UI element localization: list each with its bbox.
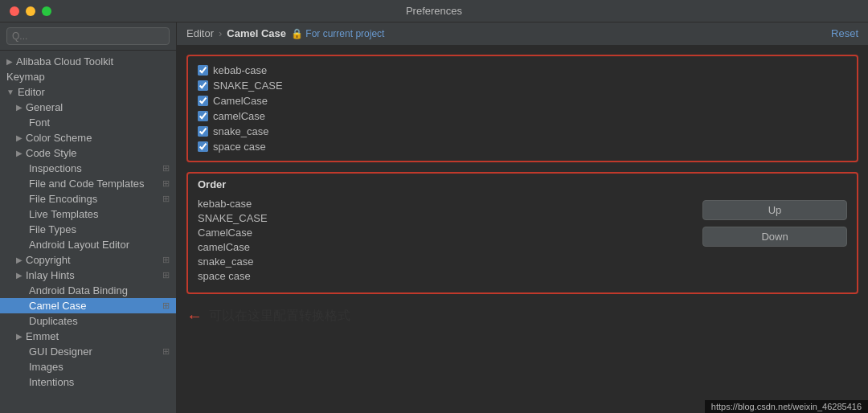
checkboxes-panel: kebab-caseSNAKE_CASECamelCasecamelCasesn… [186,55,858,162]
order-item-0[interactable]: kebab-case [198,197,683,211]
chevron-code-style: ▶ [16,149,23,157]
sidebar-item-general[interactable]: ▶General [0,100,176,115]
sidebar-item-label-intentions: Intentions [29,376,74,388]
bottom-url: https://blog.csdn.net/weixin_46285416 [705,400,868,413]
sidebar-item-label-android-layout-editor: Android Layout Editor [29,239,129,251]
sidebar-item-live-templates[interactable]: Live Templates [0,206,176,222]
sidebar-item-font[interactable]: Font [0,115,176,130]
sidebar-item-color-scheme[interactable]: ▶Color Scheme [0,130,176,145]
content-body: kebab-caseSNAKE_CASECamelCasecamelCasesn… [177,45,868,413]
checkbox-label-5: space case [213,141,266,153]
order-item-4[interactable]: snake_case [198,255,683,268]
down-button[interactable]: Down [702,227,847,247]
titlebar: Preferences [0,0,868,22]
checkbox-space-case[interactable] [198,141,208,152]
chevron-emmet: ▶ [16,332,23,341]
minimize-button[interactable] [26,6,35,16]
sidebar-item-label-keymap: Keymap [6,71,45,83]
badge-inlay-hints: ⊞ [162,270,170,280]
order-title: Order [188,174,857,194]
checkbox-label-1: SNAKE_CASE [213,80,283,92]
reset-button[interactable]: Reset [831,27,858,39]
badge-copyright: ⊞ [162,255,170,265]
badge-camel-case: ⊞ [162,301,170,311]
sidebar-item-file-types[interactable]: File Types [0,222,176,237]
checkbox-row-5: space case [198,139,847,154]
sidebar-item-label-android-data-binding: Android Data Binding [29,284,128,296]
project-link[interactable]: 🔒 For current project [291,28,384,39]
breadcrumb-separator: › [219,27,222,39]
sidebar-item-label-file-and-code-templates: File and Code Templates [29,178,145,190]
order-item-2[interactable]: CamelCase [198,226,683,239]
sidebar-item-alibaba-cloud-toolkit[interactable]: ▶Alibaba Cloud Toolkit [0,54,176,69]
order-body: kebab-caseSNAKE_CASECamelCasecamelCasesn… [188,194,857,292]
sidebar-item-android-layout-editor[interactable]: Android Layout Editor [0,237,176,252]
window-controls [10,6,51,16]
sidebar-item-label-camel-case: Camel Case [29,300,87,312]
order-item-3[interactable]: camelCase [198,240,683,254]
checkbox-row-1: SNAKE_CASE [198,78,847,93]
checkboxes-inner: kebab-caseSNAKE_CASECamelCasecamelCasesn… [188,56,857,161]
content-area: Editor › Camel Case 🔒 For current projec… [177,22,868,413]
annotation-text: 可以在这里配置转换格式 [209,308,350,325]
sidebar-item-intentions[interactable]: Intentions [0,374,176,390]
chevron-inlay-hints: ▶ [16,271,23,280]
sidebar-item-file-encodings[interactable]: File Encodings⊞ [0,191,176,206]
checkbox-CamelCase[interactable] [198,96,208,106]
up-button[interactable]: Up [702,200,847,220]
sidebar-item-label-alibaba-cloud-toolkit: Alibaba Cloud Toolkit [16,55,113,67]
sidebar-item-inspections[interactable]: Inspections⊞ [0,161,176,176]
sidebar-item-label-inspections: Inspections [29,162,82,174]
sidebar-item-label-images: Images [29,361,63,373]
annotation: ← 可以在这里配置转换格式 [186,304,858,329]
checkbox-row-3: camelCase [198,108,847,124]
checkbox-label-3: camelCase [213,110,265,122]
sidebar-item-label-emmet: Emmet [26,330,59,342]
checkbox-label-2: CamelCase [213,95,268,107]
breadcrumb: Editor › Camel Case 🔒 For current projec… [186,27,384,39]
sidebar-item-label-inlay-hints: Inlay Hints [26,269,75,281]
checkbox-SNAKE_CASE[interactable] [198,80,208,91]
search-input[interactable] [6,27,170,45]
maximize-button[interactable] [42,6,51,16]
badge-inspections: ⊞ [162,163,170,174]
close-button[interactable] [10,6,19,16]
sidebar-item-duplicates[interactable]: Duplicates [0,313,176,329]
sidebar-item-images[interactable]: Images [0,359,176,374]
sidebar-item-label-duplicates: Duplicates [29,315,78,327]
sidebar-item-label-color-scheme: Color Scheme [26,132,92,144]
window-title: Preferences [406,5,462,17]
content-header: Editor › Camel Case 🔒 For current projec… [177,22,868,45]
chevron-general: ▶ [16,103,23,112]
order-buttons: Up Down [693,194,857,292]
sidebar-item-file-and-code-templates[interactable]: File and Code Templates⊞ [0,176,176,191]
sidebar-item-editor[interactable]: ▼Editor [0,84,176,100]
checkbox-kebab-case[interactable] [198,65,208,76]
sidebar-item-inlay-hints[interactable]: ▶Inlay Hints⊞ [0,268,176,283]
sidebar-item-android-data-binding[interactable]: Android Data Binding [0,283,176,298]
order-item-5[interactable]: space case [198,269,683,283]
sidebar-item-label-gui-designer: GUI Designer [29,346,92,358]
sidebar-item-label-font: Font [29,117,50,129]
sidebar-item-emmet[interactable]: ▶Emmet [0,329,176,344]
annotation-arrow: ← [186,307,203,325]
order-item-1[interactable]: SNAKE_CASE [198,211,683,225]
sidebar-item-label-live-templates: Live Templates [29,208,98,220]
sidebar: ▶Alibaba Cloud ToolkitKeymap▼Editor▶Gene… [0,22,177,413]
sidebar-item-label-code-style: Code Style [26,147,77,159]
sidebar-item-label-general: General [26,101,63,113]
sidebar-item-copyright[interactable]: ▶Copyright⊞ [0,252,176,268]
badge-gui-designer: ⊞ [162,346,170,357]
badge-file-encodings: ⊞ [162,194,170,204]
checkbox-snake_case[interactable] [198,126,208,137]
checkbox-row-2: CamelCase [198,93,847,108]
breadcrumb-current: Camel Case [227,27,286,39]
sidebar-item-camel-case[interactable]: Camel Case⊞ [0,298,176,313]
order-list: kebab-caseSNAKE_CASECamelCasecamelCasesn… [188,194,693,292]
order-panel: Order kebab-caseSNAKE_CASECamelCasecamel… [186,172,858,294]
checkbox-camelCase[interactable] [198,111,208,121]
sidebar-item-keymap[interactable]: Keymap [0,69,176,84]
sidebar-item-gui-designer[interactable]: GUI Designer⊞ [0,344,176,359]
app-container: ▶Alibaba Cloud ToolkitKeymap▼Editor▶Gene… [0,22,868,413]
sidebar-item-code-style[interactable]: ▶Code Style [0,145,176,161]
